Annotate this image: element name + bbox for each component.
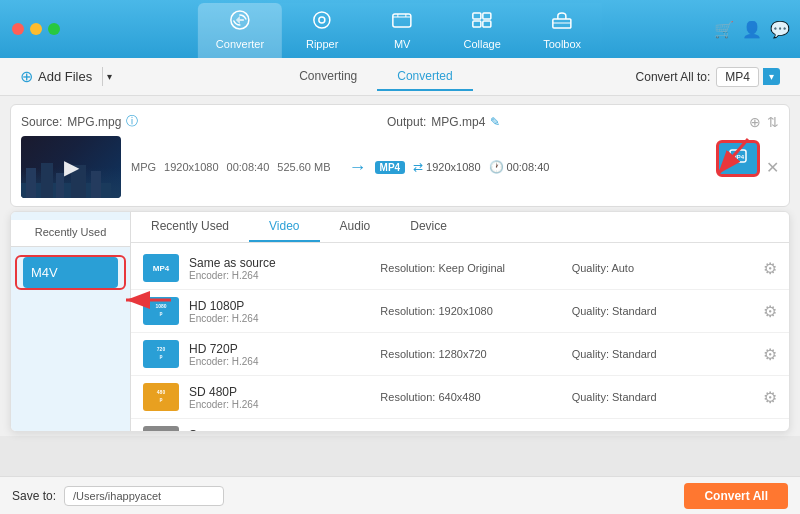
collage-label: Collage xyxy=(463,38,500,50)
file-meta: MPG 1920x1080 00:08:40 525.60 MB xyxy=(131,161,331,173)
preset-item-2[interactable]: 720 p HD 720P Encoder: H.264 Resolution:… xyxy=(131,333,789,376)
svg-text:720: 720 xyxy=(157,346,166,352)
preset-tab-recently-used[interactable]: Recently Used xyxy=(131,212,249,242)
settings-icon[interactable]: ⊕ xyxy=(749,114,761,130)
preset-name-1: HD 1080P xyxy=(189,299,370,313)
output-meta: MP4 ⇄ 1920x1080 🕐 00:08:40 xyxy=(375,160,716,174)
format-selector-panel: Recently Used M4V Recently Used xyxy=(10,211,790,432)
add-files-dropdown-button[interactable]: ▾ xyxy=(102,67,116,86)
preset-encoder-0: Encoder: H.264 xyxy=(189,270,370,281)
format-sidebar-tabs: Recently Used xyxy=(11,220,130,247)
format-presets-panel: Recently Used Video Audio Device xyxy=(131,212,789,431)
save-to-label: Save to: xyxy=(12,489,56,503)
play-icon[interactable]: ▶ xyxy=(64,155,79,179)
svg-rect-29 xyxy=(146,429,176,432)
svg-rect-4 xyxy=(473,13,481,19)
preset-settings-3[interactable]: ⚙ xyxy=(763,388,777,407)
remove-file-button[interactable]: ✕ xyxy=(766,158,779,177)
save-path: /Users/ihappyacet xyxy=(64,486,224,506)
preset-icon-2: 720 p xyxy=(145,342,177,366)
preset-name-3: SD 480P xyxy=(189,385,370,399)
toolbar: ⊕ Add Files ▾ Converting Converted Conve… xyxy=(0,58,800,96)
close-button[interactable] xyxy=(12,23,24,35)
swap-icon[interactable]: ⇅ xyxy=(767,114,779,130)
converted-tab[interactable]: Converted xyxy=(377,63,472,91)
edit-output-icon[interactable]: ✎ xyxy=(490,115,500,129)
convert-all-button[interactable]: Convert All xyxy=(684,483,788,509)
preset-tab-video[interactable]: Video xyxy=(249,212,319,242)
tab-mv[interactable]: MV xyxy=(362,3,442,58)
info-icon[interactable]: ⓘ xyxy=(126,113,138,130)
source-filename: MPG.mpg xyxy=(67,115,121,129)
mv-icon xyxy=(390,9,414,35)
m4v-highlight-border: M4V xyxy=(15,255,126,290)
svg-text:p: p xyxy=(159,396,162,402)
preset-icon-1: 1080 p xyxy=(145,299,177,323)
file-thumbnail[interactable]: ▶ xyxy=(21,136,121,198)
source-label: Source: xyxy=(21,115,62,129)
format-dropdown-arrow[interactable]: ▾ xyxy=(716,182,721,193)
preset-resolution-1: Resolution: 1920x1080 xyxy=(380,305,561,317)
add-files-label: Add Files xyxy=(38,69,92,84)
preset-tab-device[interactable]: Device xyxy=(390,212,467,242)
tab-toolbox[interactable]: Toolbox xyxy=(522,3,602,58)
preset-item-3[interactable]: 480 p SD 480P Encoder: H.264 Resolution:… xyxy=(131,376,789,419)
preset-thumb-2: 720 p xyxy=(143,340,179,368)
preset-resolution-0: Resolution: Keep Original xyxy=(380,262,561,274)
preset-info-3: SD 480P Encoder: H.264 xyxy=(189,385,370,410)
svg-text:MP4: MP4 xyxy=(732,154,745,160)
output-format-item: MP4 xyxy=(375,161,406,174)
convert-all-format: MP4 xyxy=(716,67,759,87)
recently-used-sidebar-tab[interactable]: Recently Used xyxy=(11,220,130,246)
preset-tab-audio[interactable]: Audio xyxy=(320,212,391,242)
svg-text:MP4: MP4 xyxy=(153,264,170,273)
preset-name-4: Same as source xyxy=(189,428,363,433)
svg-point-2 xyxy=(319,17,325,23)
preset-encoder-3: Encoder: H.264 xyxy=(189,399,370,410)
file-row-icons: ⊕ ⇅ xyxy=(749,114,779,130)
format-select-button[interactable]: MP4 xyxy=(716,140,760,177)
converting-tab[interactable]: Converting xyxy=(279,63,377,91)
format-list: M4V xyxy=(11,247,130,298)
file-output: Output: MPG.mp4 ✎ xyxy=(387,115,500,129)
preset-item-1[interactable]: 1080 p HD 1080P Encoder: H.264 Resolutio… xyxy=(131,290,789,333)
preset-settings-2[interactable]: ⚙ xyxy=(763,345,777,364)
output-filename: MPG.mp4 xyxy=(431,115,485,129)
convert-all-dropdown-button[interactable]: ▾ xyxy=(763,68,780,85)
mp4-icon-svg: MP4 xyxy=(729,149,747,165)
file-duration: 00:08:40 xyxy=(227,161,270,173)
preset-item-4[interactable]: Same as source Encoder: H.264 Resolution… xyxy=(131,419,789,432)
output-resolution-item: ⇄ 1920x1080 xyxy=(413,160,480,174)
format-btn-icon: MP4 xyxy=(729,149,747,168)
preset-encoder-1: Encoder: H.264 xyxy=(189,313,370,324)
bottom-bar: Save to: /Users/ihappyacet Convert All xyxy=(0,476,800,514)
converter-label: Converter xyxy=(216,38,264,50)
tab-ripper[interactable]: Ripper xyxy=(282,3,362,58)
preset-settings-0[interactable]: ⚙ xyxy=(763,259,777,278)
ripper-label: Ripper xyxy=(306,38,338,50)
maximize-button[interactable] xyxy=(48,23,60,35)
resolution-icon: ⇄ xyxy=(413,160,423,174)
preset-delete-4[interactable]: ✕ xyxy=(742,431,755,433)
svg-text:480: 480 xyxy=(157,389,166,395)
preset-name-2: HD 720P xyxy=(189,342,370,356)
format-type-sidebar: Recently Used M4V xyxy=(11,212,131,431)
preset-settings-1[interactable]: ⚙ xyxy=(763,302,777,321)
preset-quality-3: Quality: Standard xyxy=(572,391,753,403)
cart-icon[interactable]: 🛒 xyxy=(714,20,734,39)
preset-info-4: Same as source Encoder: H.264 xyxy=(189,428,363,433)
format-btn-container: MP4 ▾ xyxy=(716,140,760,195)
format-m4v-item[interactable]: M4V xyxy=(23,257,118,288)
converter-icon xyxy=(228,9,252,35)
user-icon[interactable]: 👤 xyxy=(742,20,762,39)
output-duration-item: 🕐 00:08:40 xyxy=(489,160,550,174)
tab-collage[interactable]: Collage xyxy=(442,3,522,58)
add-files-button[interactable]: ⊕ Add Files xyxy=(12,63,100,90)
preset-quality-0: Quality: Auto xyxy=(572,262,753,274)
preset-thumb-3: 480 p xyxy=(143,383,179,411)
preset-item-0[interactable]: MP4 Same as source Encoder: H.264 Resolu… xyxy=(131,247,789,290)
minimize-button[interactable] xyxy=(30,23,42,35)
chat-icon[interactable]: 💬 xyxy=(770,20,790,39)
tab-converter[interactable]: Converter xyxy=(198,3,282,58)
svg-text:p: p xyxy=(159,310,162,316)
